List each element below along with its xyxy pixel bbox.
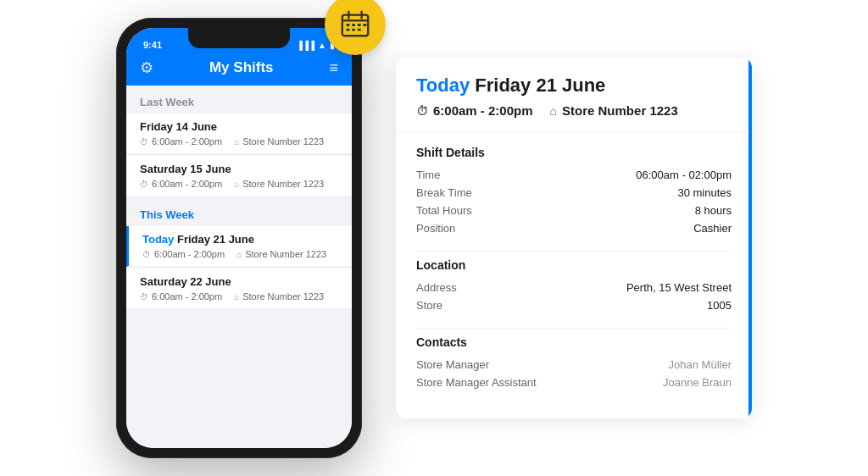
- settings-icon[interactable]: ⚙: [140, 58, 153, 77]
- row-value: 1005: [707, 299, 732, 312]
- divider: [416, 251, 732, 252]
- location-title: Location: [416, 258, 732, 272]
- shift-time: ⏱ 6:00am - 2:00pm: [142, 249, 225, 259]
- row-label: Store Manager Assistant: [416, 376, 537, 389]
- row-label: Store: [416, 299, 442, 312]
- row-value: 06:00am - 02:00pm: [636, 169, 732, 181]
- shift-time: ⏱ 6:00am - 2:00pm: [140, 179, 222, 189]
- svg-rect-4: [347, 24, 350, 26]
- accent-bar: [748, 58, 752, 418]
- shift-store: ⌂ Store Number 1223: [234, 179, 324, 189]
- row-label: Store Manager: [416, 358, 489, 371]
- detail-row-total-hours: Total Hours 8 hours: [416, 202, 732, 219]
- row-value: 30 minutes: [677, 186, 732, 199]
- shift-date: Friday 14 June: [140, 120, 338, 133]
- clock-icon: ⏱: [140, 180, 148, 189]
- row-value: Perth, 15 West Street: [626, 281, 732, 294]
- row-label: Time: [416, 169, 440, 181]
- shift-store: ⌂ Store Number 1223: [236, 249, 326, 259]
- detail-store: ⌂ Store Number 1223: [550, 103, 678, 118]
- phone-wrapper: 9:41 ▐▐▐ ▲ ▮ ⚙ My Shifts ≡ Last We: [116, 18, 362, 458]
- shift-store: ⌂ Store Number 1223: [234, 136, 324, 147]
- detail-row-store-manager: Store Manager Johan Müller: [416, 356, 732, 374]
- status-time: 9:41: [143, 40, 162, 50]
- shift-time: ⏱ 6:00am - 2:00pm: [140, 291, 222, 302]
- calendar-badge: [325, 0, 386, 55]
- detail-row-break: Break Time 30 minutes: [416, 184, 732, 202]
- row-value: Cashier: [693, 222, 732, 235]
- phone-screen: 9:41 ▐▐▐ ▲ ▮ ⚙ My Shifts ≡ Last We: [126, 28, 352, 448]
- detail-row-store: Store 1005: [416, 296, 732, 314]
- app-title: My Shifts: [209, 59, 274, 76]
- shift-meta: ⏱ 6:00am - 2:00pm ⌂ Store Number 1223: [140, 291, 338, 302]
- svg-rect-9: [358, 29, 361, 31]
- shift-item-saturday15[interactable]: Saturday 15 June ⏱ 6:00am - 2:00pm ⌂ Sto…: [126, 156, 352, 196]
- shift-date-today: Today Friday 21 June: [142, 233, 338, 246]
- detail-row-store-manager-assistant: Store Manager Assistant Joanne Braun: [416, 374, 732, 391]
- shift-item-friday14[interactable]: Friday 14 June ⏱ 6:00am - 2:00pm ⌂ Store…: [126, 113, 352, 154]
- svg-rect-8: [352, 29, 355, 31]
- row-value: Joanne Braun: [663, 376, 732, 389]
- phone-notch: [188, 28, 290, 48]
- divider: [416, 328, 732, 329]
- svg-rect-7: [347, 29, 350, 31]
- app-content: Last Week Friday 14 June ⏱ 6:00am - 2:00…: [126, 86, 352, 448]
- store-icon: ⌂: [236, 250, 242, 259]
- detail-panel: Today Friday 21 June ⏱ 6:00am - 2:00pm ⌂…: [396, 58, 752, 418]
- clock-icon: ⏱: [140, 292, 148, 302]
- row-value: 8 hours: [695, 204, 732, 217]
- menu-icon[interactable]: ≡: [329, 59, 338, 77]
- detail-store-value: Store Number 1223: [562, 103, 678, 118]
- wifi-icon: ▲: [318, 41, 326, 50]
- svg-rect-6: [358, 24, 361, 26]
- section-shift-details: Shift Details Time 06:00am - 02:00pm Bre…: [416, 146, 732, 237]
- detail-header-meta: ⏱ 6:00am - 2:00pm ⌂ Store Number 1223: [416, 103, 732, 118]
- section-contacts: Contacts Store Manager Johan Müller Stor…: [416, 335, 732, 391]
- detail-header: Today Friday 21 June ⏱ 6:00am - 2:00pm ⌂…: [396, 58, 752, 132]
- time-value: 6:00am - 2:00pm: [152, 291, 222, 302]
- detail-row-time: Time 06:00am - 02:00pm: [416, 166, 732, 184]
- section-location: Location Address Perth, 15 West Street S…: [416, 258, 732, 314]
- detail-time: ⏱ 6:00am - 2:00pm: [416, 103, 533, 118]
- app-header: ⚙ My Shifts ≡: [126, 53, 352, 86]
- time-value: 6:00am - 2:00pm: [152, 179, 222, 189]
- svg-rect-10: [364, 24, 367, 26]
- detail-title: Today Friday 21 June: [416, 75, 732, 97]
- store-icon: ⌂: [234, 180, 239, 189]
- detail-today-label: Today: [416, 75, 470, 96]
- shift-meta: ⏱ 6:00am - 2:00pm ⌂ Store Number 1223: [142, 249, 338, 259]
- contacts-title: Contacts: [416, 335, 732, 349]
- store-icon: ⌂: [550, 104, 557, 118]
- shift-item-saturday22[interactable]: Saturday 22 June ⏱ 6:00am - 2:00pm ⌂ Sto…: [126, 268, 352, 309]
- calendar-icon: [339, 8, 371, 41]
- shift-time: ⏱ 6:00am - 2:00pm: [140, 136, 222, 147]
- store-value: Store Number 1223: [242, 136, 324, 147]
- time-value: 6:00am - 2:00pm: [154, 249, 225, 259]
- shift-item-today-friday21[interactable]: Today Friday 21 June ⏱ 6:00am - 2:00pm ⌂…: [126, 226, 352, 267]
- phone-frame: 9:41 ▐▐▐ ▲ ▮ ⚙ My Shifts ≡ Last We: [116, 18, 362, 458]
- scene: 9:41 ▐▐▐ ▲ ▮ ⚙ My Shifts ≡ Last We: [116, 18, 752, 458]
- clock-icon: ⏱: [140, 137, 148, 147]
- svg-rect-5: [352, 24, 355, 26]
- detail-date-text: Friday 21 June: [470, 75, 605, 96]
- detail-row-position: Position Cashier: [416, 219, 732, 237]
- signal-icon: ▐▐▐: [297, 41, 314, 50]
- detail-body: Shift Details Time 06:00am - 02:00pm Bre…: [396, 132, 752, 418]
- shift-meta: ⏱ 6:00am - 2:00pm ⌂ Store Number 1223: [140, 136, 338, 147]
- clock-icon: ⏱: [142, 250, 151, 259]
- section-last-week: Last Week: [126, 86, 352, 112]
- store-value: Store Number 1223: [242, 291, 324, 302]
- clock-icon: ⏱: [416, 104, 428, 118]
- detail-time-value: 6:00am - 2:00pm: [433, 103, 533, 118]
- row-value: Johan Müller: [669, 358, 732, 371]
- shift-store: ⌂ Store Number 1223: [234, 291, 324, 302]
- row-label: Position: [416, 222, 455, 235]
- today-label: Today: [142, 233, 177, 246]
- store-value: Store Number 1223: [242, 179, 324, 189]
- time-value: 6:00am - 2:00pm: [152, 136, 222, 147]
- detail-header-content: Today Friday 21 June ⏱ 6:00am - 2:00pm ⌂…: [416, 75, 732, 118]
- row-label: Break Time: [416, 186, 472, 199]
- row-label: Address: [416, 281, 457, 294]
- section-this-week: This Week: [126, 198, 352, 224]
- row-label: Total Hours: [416, 204, 472, 217]
